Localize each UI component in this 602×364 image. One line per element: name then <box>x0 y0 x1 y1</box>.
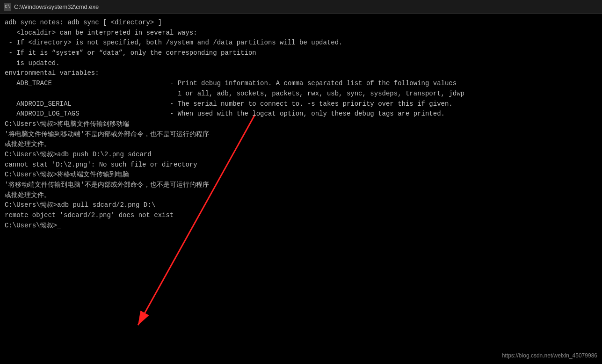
cmd-icon: C\ <box>4 3 11 11</box>
title-bar: C\ C:\Windows\system32\cmd.exe <box>0 0 602 14</box>
terminal-line: <localdir> can be interpreted in several… <box>5 28 597 38</box>
terminal-line: '将电脑文件传输到移动端'不是内部或外部命令，也不是可运行的程序 <box>5 130 597 140</box>
terminal-line: - If <directory> is not specified, both … <box>5 38 597 48</box>
terminal-line: C:\Users\怮叔>adb push D:\2.png sdcard <box>5 150 597 160</box>
terminal-line: ADB_TRACE - Print debug information. A c… <box>5 79 597 89</box>
terminal-line: ANDROID_LOG_TAGS - When used with the lo… <box>5 109 597 119</box>
terminal-line: is updated. <box>5 58 597 69</box>
terminal-line: 或批处理文件。 <box>5 190 597 201</box>
terminal-line: 1 or all, adb, sockets, packets, rwx, us… <box>5 89 597 99</box>
terminal-line: ANDROID_SERIAL - The serial number to co… <box>5 99 597 109</box>
terminal-line: C:\Users\怮叔>将电脑文件传输到移动端 <box>5 119 597 130</box>
terminal-line: C:\Users\怮叔>_ <box>5 221 597 231</box>
terminal-line: C:\Users\怮叔>将移动端文件传输到电脑 <box>5 170 597 180</box>
terminal-line: environmental variables: <box>5 68 597 79</box>
title-bar-text: C:\Windows\system32\cmd.exe <box>14 3 99 10</box>
terminal-line: - If it is “system” or “data”, only the … <box>5 48 597 58</box>
terminal-line: C:\Users\怮叔>adb pull sdcard/2.png D:\ <box>5 200 597 211</box>
terminal-line: cannot stat 'D:\2.png': No such file or … <box>5 160 597 170</box>
terminal-line: 或批处理文件。 <box>5 139 597 150</box>
terminal-line: adb sync notes: adb sync [ <directory> ] <box>5 18 597 28</box>
terminal-window[interactable]: adb sync notes: adb sync [ <directory> ]… <box>0 14 602 364</box>
terminal-line: '将移动端文件传输到电脑'不是内部或外部命令，也不是可运行的程序 <box>5 180 597 190</box>
watermark: https://blog.csdn.net/weixin_45079986 <box>502 351 597 360</box>
terminal-line: remote object 'sdcard/2.png' does not ex… <box>5 211 597 221</box>
